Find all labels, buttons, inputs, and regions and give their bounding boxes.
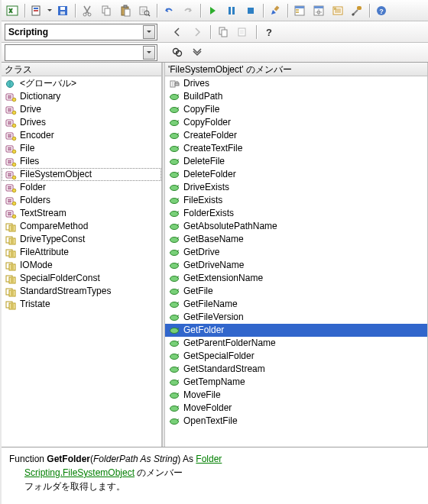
help-icon[interactable]: ? [260, 23, 278, 41]
cut-icon[interactable] [78, 2, 96, 20]
member-item[interactable]: GetFileVersion [165, 311, 427, 324]
svg-rect-33 [222, 30, 227, 37]
class-item[interactable]: DriveTypeConst [2, 233, 161, 246]
member-item[interactable]: FileExists [165, 194, 427, 207]
toolbar-separator [154, 3, 159, 18]
member-item[interactable]: CopyFolder [165, 116, 427, 129]
svg-rect-13 [125, 9, 130, 16]
go-forward-icon[interactable] [188, 23, 206, 41]
insert-module-icon[interactable] [28, 2, 46, 20]
svg-rect-16 [229, 7, 231, 15]
svg-rect-18 [248, 8, 254, 14]
redo-icon[interactable] [179, 2, 197, 20]
svg-rect-22 [296, 9, 299, 11]
member-item[interactable]: MoveFolder [165, 402, 427, 415]
member-item[interactable]: GetFileName [165, 298, 427, 311]
member-item[interactable]: GetDriveName [165, 259, 427, 272]
paste-icon[interactable] [116, 2, 135, 20]
copy-icon[interactable] [97, 2, 115, 20]
library-combo[interactable]: Scripting [5, 24, 157, 40]
members-list[interactable]: DrivesBuildPathCopyFileCopyFolderCreateF… [165, 76, 428, 447]
search-combo[interactable] [5, 44, 157, 61]
class-item[interactable]: Dictionary [2, 90, 161, 103]
class-item[interactable]: TextStream [2, 207, 161, 220]
class-icon [5, 118, 17, 128]
save-icon[interactable] [54, 2, 72, 20]
class-icon [5, 144, 17, 154]
member-item[interactable]: FolderExists [165, 207, 427, 220]
undo-icon[interactable] [160, 2, 178, 20]
toolbar-separator [285, 3, 290, 18]
member-item[interactable]: Drives [165, 77, 427, 90]
member-item[interactable]: GetParentFolderName [165, 337, 427, 350]
return-type-link[interactable]: Folder [196, 454, 222, 464]
member-item[interactable]: GetDrive [165, 246, 427, 259]
search-icon[interactable] [168, 44, 186, 62]
member-item[interactable]: GetAbsolutePathName [165, 220, 427, 233]
classes-list[interactable]: <グローバル>DictionaryDriveDrivesEncoderFileF… [2, 76, 162, 447]
class-item[interactable]: Files [2, 155, 161, 168]
class-item[interactable]: Encoder [2, 129, 161, 142]
member-item[interactable]: GetTempName [165, 376, 427, 389]
copy-to-clipboard-icon[interactable] [214, 23, 232, 41]
properties-window-icon[interactable] [310, 2, 328, 20]
member-item[interactable]: CreateFolder [165, 129, 427, 142]
class-item[interactable]: Drive [2, 103, 161, 116]
enum-icon [5, 221, 17, 232]
help-icon[interactable]: ? [372, 2, 391, 20]
member-item[interactable]: GetFolder [165, 324, 427, 337]
member-item[interactable]: DriveExists [165, 181, 427, 194]
class-item[interactable]: IOMode [2, 259, 161, 272]
method-icon [168, 247, 180, 258]
class-item[interactable]: Tristate [2, 298, 161, 311]
go-back-icon[interactable] [168, 23, 186, 41]
break-icon[interactable] [222, 2, 241, 20]
member-item[interactable]: GetBaseName [165, 233, 427, 246]
run-icon[interactable] [203, 2, 222, 20]
member-item[interactable]: DeleteFolder [165, 168, 427, 181]
svg-point-54 [12, 137, 16, 141]
member-item-label: CreateTextFile [183, 142, 242, 155]
class-item[interactable]: Drives [2, 116, 161, 129]
svg-rect-72 [8, 199, 11, 201]
class-item[interactable]: StandardStreamTypes [2, 285, 161, 298]
member-item[interactable]: CopyFile [165, 103, 427, 116]
find-icon[interactable] [135, 2, 154, 20]
member-item[interactable]: BuildPath [165, 90, 427, 103]
member-item[interactable]: GetSpecialFolder [165, 350, 427, 363]
class-item[interactable]: SpecialFolderConst [2, 272, 161, 285]
class-item[interactable]: Folders [2, 194, 161, 207]
member-item[interactable]: GetStandardStream [165, 363, 427, 376]
member-item[interactable]: OpenTextFile [165, 415, 427, 428]
class-item[interactable]: FileAttribute [2, 246, 161, 259]
class-item[interactable]: CompareMethod [2, 220, 161, 233]
toolbox-icon[interactable] [348, 2, 366, 20]
object-browser-icon[interactable] [329, 2, 347, 20]
insert-dropdown[interactable] [47, 9, 53, 11]
member-item[interactable]: GetExtensionName [165, 272, 427, 285]
class-item-label: StandardStreamTypes [20, 285, 111, 298]
member-item-label: GetTempName [183, 376, 245, 389]
class-item[interactable]: Folder [2, 181, 161, 194]
svg-rect-21 [295, 6, 304, 8]
svg-point-42 [12, 98, 16, 102]
class-item[interactable]: File [2, 142, 161, 155]
project-explorer-icon[interactable] [290, 2, 309, 20]
search-combo-dropdown[interactable] [143, 46, 155, 60]
view-definition-icon[interactable] [234, 23, 252, 41]
method-icon [168, 390, 180, 401]
svg-rect-40 [8, 95, 11, 97]
class-item[interactable]: <グローバル> [2, 77, 161, 90]
library-combo-dropdown[interactable] [143, 25, 155, 39]
view-excel-icon[interactable] [3, 2, 21, 20]
class-item[interactable]: FileSystemObject [2, 168, 161, 181]
member-item[interactable]: GetFile [165, 285, 427, 298]
member-item[interactable]: MoveFile [165, 389, 427, 402]
class-item-label: <グローバル> [20, 77, 76, 90]
show-search-results-icon[interactable] [188, 44, 206, 62]
parent-class-link[interactable]: Scripting.FileSystemObject [24, 467, 135, 478]
design-mode-icon[interactable] [266, 2, 284, 20]
member-item[interactable]: DeleteFile [165, 155, 427, 168]
member-item[interactable]: CreateTextFile [165, 142, 427, 155]
reset-icon[interactable] [242, 2, 260, 20]
